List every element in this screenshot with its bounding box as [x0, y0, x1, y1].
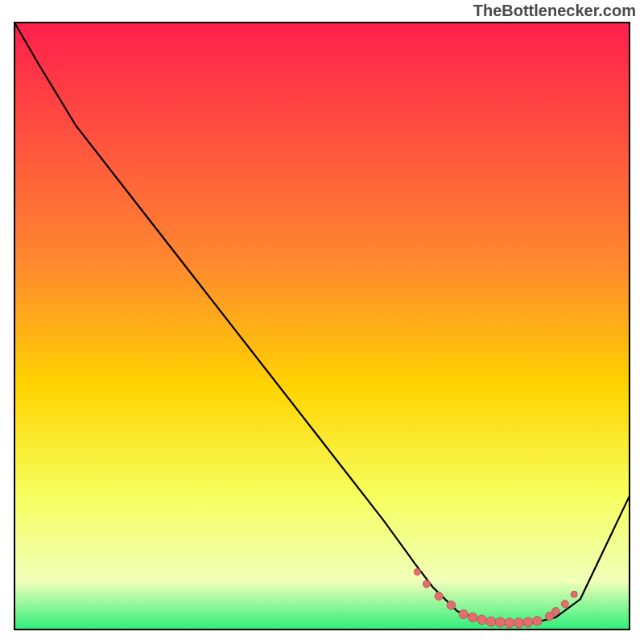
curve-marker: [505, 618, 514, 628]
curve-marker: [486, 617, 496, 626]
curve-marker: [571, 591, 577, 597]
curve-marker: [561, 601, 568, 608]
curve-marker: [447, 601, 456, 610]
curve-marker: [533, 617, 542, 625]
curve-marker: [477, 615, 487, 625]
curve-marker: [514, 618, 524, 628]
curve-marker: [459, 610, 468, 619]
curve-marker: [469, 613, 477, 621]
curve-marker: [423, 580, 430, 588]
plot-area: [14, 23, 630, 630]
curve-marker: [414, 568, 420, 575]
curve-marker: [435, 592, 443, 601]
curve-marker: [496, 617, 506, 627]
plot-gradient: [14, 23, 630, 630]
curve-marker: [523, 617, 533, 627]
watermark-text: TheBottlenecker.com: [473, 2, 636, 19]
curve-marker: [552, 608, 560, 616]
